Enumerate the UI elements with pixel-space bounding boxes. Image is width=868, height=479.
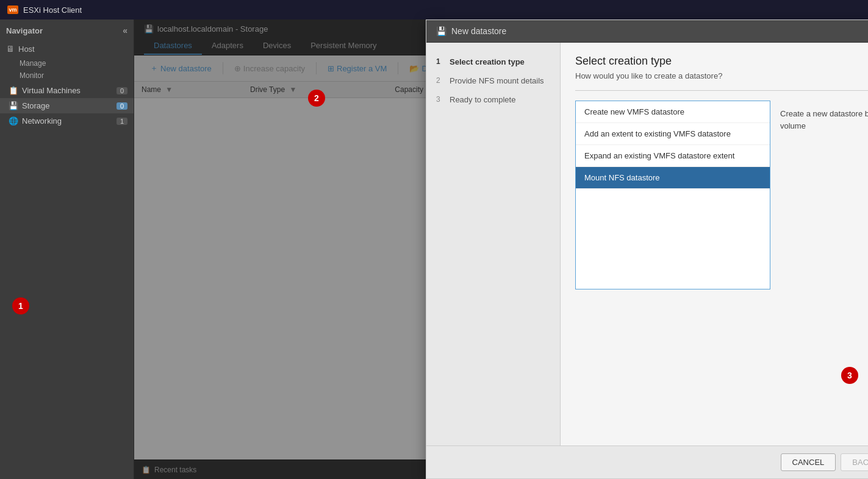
step-label-1: Select creation type [450,57,525,66]
wizard-step-1: 1 Select creation type [426,52,560,71]
back-button[interactable]: BACK [841,453,868,471]
step-label-3: Ready to complete [450,95,515,104]
modal-header: 💾 New datastore [426,20,868,43]
sidebar-item-manage[interactable]: Manage [0,57,134,69]
wizard-content: Select creation type How would you like … [561,43,868,445]
main-content: 💾 localhost.localdomain - Storage Datast… [134,20,868,479]
option-add-extent[interactable]: Add an extent to existing VMFS datastore [576,123,770,145]
modal-body: 1 Select creation type 2 Provide NFS mou… [426,43,868,445]
sidebar-item-host[interactable]: 🖥 Host [0,40,134,57]
networking-icon-sidebar: 🌐 [9,116,18,126]
app-title: ESXi Host Client [23,5,82,15]
option-create-vmfs[interactable]: Create new VMFS datastore [576,101,770,123]
wizard-steps: 1 Select creation type 2 Provide NFS mou… [426,43,561,445]
wizard-step-3: 3 Ready to complete [426,90,560,109]
sidebar-item-monitor[interactable]: Monitor [0,69,134,82]
storage-icon-sidebar: 💾 [9,101,18,110]
modal-footer: CANCEL BACK NEXT FINISH [426,445,868,478]
wizard-content-title: Select creation type [575,55,868,68]
annotation-2: 2 [308,90,325,107]
vm-icon-sidebar: 📋 [9,86,18,95]
storage-badge: 0 [117,102,127,110]
networking-badge: 1 [117,118,127,125]
wizard-content-subtitle: How would you like to create a datastore… [575,71,868,80]
collapse-sidebar-button[interactable]: « [123,26,127,35]
option-expand-extent[interactable]: Expand an existing VMFS datastore extent [576,145,770,167]
sidebar-title: Navigator [6,26,43,35]
vm-badge: 0 [117,87,127,94]
sidebar-item-networking[interactable]: 🌐 Networking 1 [0,113,134,129]
sidebar: Navigator « 🖥 Host Manage Monitor 📋 Virt… [0,20,134,479]
modal-header-icon: 💾 [436,26,447,36]
modal-new-datastore: 💾 New datastore 1 Select creation type 2… [426,20,868,479]
wizard-content-inner: Select creation type How would you like … [561,43,868,445]
option-description: Create a new datastore by mounting a rem… [770,101,868,289]
modal-overlay: 💾 New datastore 1 Select creation type 2… [134,20,868,479]
step-num-2: 2 [436,76,445,85]
option-mount-nfs[interactable]: Mount NFS datastore [576,167,770,189]
vm-logo: vm [7,5,18,14]
options-list: Create new VMFS datastore Add an extent … [575,101,770,289]
step-num-1: 1 [436,57,445,66]
step-label-2: Provide NFS mount details [450,76,544,85]
annotation-3: 3 [841,367,858,384]
wizard-divider [575,90,868,91]
sidebar-section-host: 🖥 Host Manage Monitor [0,39,134,83]
step-num-3: 3 [436,95,445,104]
titlebar: vm ESXi Host Client [0,0,868,20]
annotation-1: 1 [12,297,29,314]
host-icon: 🖥 [6,44,15,54]
sidebar-item-storage[interactable]: 💾 Storage 0 [0,98,134,113]
options-container: Create new VMFS datastore Add an extent … [575,101,868,289]
sidebar-host-label: Host [18,44,35,54]
sidebar-item-virtual-machines[interactable]: 📋 Virtual Machines 0 [0,83,134,98]
wizard-step-2: 2 Provide NFS mount details [426,71,560,90]
modal-title: New datastore [451,26,506,36]
cancel-button[interactable]: CANCEL [781,453,836,471]
sidebar-header: Navigator « [0,20,134,39]
